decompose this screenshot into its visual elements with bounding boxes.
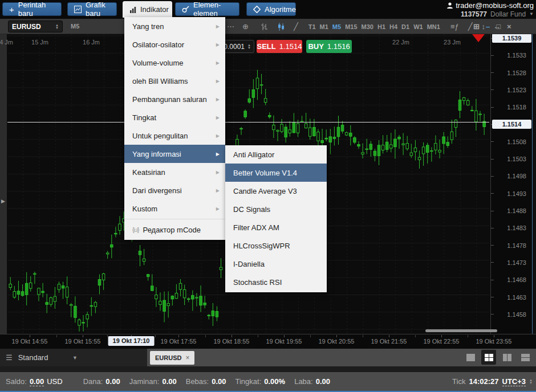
menu-item-untuk-pengulitan[interactable]: Untuk pengulitan▶ xyxy=(124,126,225,145)
menu-item-kustom[interactable]: Kustom▶ xyxy=(124,199,225,218)
submenu-item-hlcrosssigwpr[interactable]: HLCrossSigWPR xyxy=(225,236,327,255)
layout-grid-2x2-button[interactable] xyxy=(481,350,496,365)
price-axis[interactable]: 1.15391.15331.15281.15231.15181.15141.15… xyxy=(490,34,532,334)
timeframe-switcher: T1M1M5M15M30H1H4D1W1MN1 xyxy=(308,23,440,30)
submenu-item-filter-adx-am[interactable]: Filter ADX AM xyxy=(225,218,327,236)
more-dots-icon[interactable]: ⋯ xyxy=(227,19,234,34)
menu-item-tingkat[interactable]: Tingkat▶ xyxy=(124,108,225,126)
timeframe-m1[interactable]: M1 xyxy=(320,23,328,30)
time-tick-mark xyxy=(284,335,285,337)
indicators-button[interactable]: Indikator xyxy=(123,1,172,18)
submenu-item-dc-signals[interactable]: DC Signals xyxy=(225,200,327,218)
timeframe-m30[interactable]: M30 xyxy=(362,23,373,30)
menu-item-label: Keatsirian xyxy=(132,168,216,177)
zoom-in-icon[interactable]: ⊕ xyxy=(242,19,249,34)
submenu-arrow-icon: ▶ xyxy=(216,79,220,84)
trendline-icon[interactable]: ╱ xyxy=(468,19,473,34)
time-axis[interactable]: 19 Okt 14:5519 Okt 15:5519 Okt 17:1019 O… xyxy=(0,334,536,349)
symbol-stepper[interactable]: ▲▼ xyxy=(55,24,59,30)
submenu-arrow-icon: ▶ xyxy=(216,188,220,193)
preset-selector[interactable]: ☰ Standard ▼ xyxy=(0,349,147,366)
buy-price: 1.1516 xyxy=(327,42,350,51)
submenu-item-label: Better Volume V1.4 xyxy=(233,169,321,177)
timeframe-mn1[interactable]: MN1 xyxy=(427,23,440,30)
submenu-item-stochastic-rsi[interactable]: Stochastic RSI xyxy=(225,273,327,291)
status-item-saldo: Saldo:0.00USD xyxy=(6,377,63,386)
menu-item--mcode[interactable]: {ı.ı}Редактор mCode xyxy=(124,220,225,239)
objects-button[interactable]: Elemen-elemen xyxy=(175,2,239,16)
buy-button[interactable]: BUY 1.1516 xyxy=(306,40,352,53)
status-item-bebas: Bebas:0.00 xyxy=(186,377,226,386)
menu-item-label: Yang informasi xyxy=(132,150,216,158)
algorithms-button-label: Algoritme xyxy=(265,5,296,14)
indicator-submenu: Anti AlligatorBetter Volume V1.4Candle A… xyxy=(225,145,327,292)
horizontal-scrollbar-thumb[interactable] xyxy=(425,329,497,332)
new-order-button[interactable]: +Perintah baru xyxy=(2,2,62,16)
time-tick-mark xyxy=(468,335,468,337)
preset-caret-icon[interactable]: ▼ xyxy=(72,355,78,361)
price-tick-label: 1.1488 xyxy=(491,207,526,214)
time-tick-mark xyxy=(205,335,206,337)
timezone-value[interactable]: UTC+3 xyxy=(502,377,526,386)
submenu-item-anti-alligator[interactable]: Anti Alligator xyxy=(225,145,327,164)
timeframe-h1[interactable]: H1 xyxy=(377,23,385,30)
submenu-item-candle-average-v3[interactable]: Candle Average V3 xyxy=(225,182,327,200)
indicator-menu: Yang tren▶Osilator-osilator▶Volume-volum… xyxy=(124,17,225,240)
menu-item-keatsirian[interactable]: Keatsirian▶ xyxy=(124,163,225,181)
diamond-icon xyxy=(253,6,261,13)
vertical-scrollbar[interactable] xyxy=(532,34,536,334)
layout-vertical-split-button[interactable] xyxy=(500,350,514,365)
status-item-value: 0.00 xyxy=(316,377,330,386)
layout-horizontal-split-button[interactable] xyxy=(518,350,533,365)
timeframe-m5[interactable]: M5 xyxy=(332,23,341,30)
indicator-list-icon[interactable]: ≡ƒ xyxy=(450,19,459,34)
timeframe-m15[interactable]: M15 xyxy=(345,23,357,30)
status-item-value: 0.00 xyxy=(212,377,226,386)
timeframe-t1[interactable]: T1 xyxy=(308,23,316,30)
time-tick-label: 19 Okt 21:55 xyxy=(371,338,407,345)
new-chart-button[interactable]: Grafik baru xyxy=(67,2,117,16)
menu-item-volume-volume[interactable]: Volume-volume▶ xyxy=(124,54,225,72)
line-chart-type-icon[interactable]: ╱ xyxy=(294,19,298,34)
layout-single-button[interactable] xyxy=(463,350,478,365)
menu-item-dari-divergensi[interactable]: Dari divergensi▶ xyxy=(124,181,225,199)
close-icon[interactable]: × xyxy=(507,22,511,31)
indicators-button-label: Indikator xyxy=(140,5,169,14)
menu-item-yang-tren[interactable]: Yang tren▶ xyxy=(124,17,225,35)
timezone-stepper[interactable]: ▲▼ xyxy=(529,379,533,385)
minimize-icon[interactable]: – xyxy=(486,22,490,31)
menu-icon: ☰ xyxy=(6,353,13,362)
workspace-bar: ☰ Standard ▼ EURUSD × xyxy=(0,349,536,366)
tab-close-icon[interactable]: × xyxy=(185,354,189,362)
submenu-item-i-daniella[interactable]: I-Daniella xyxy=(225,255,327,273)
menu-item-osilator-osilator[interactable]: Osilator-osilator▶ xyxy=(124,35,225,54)
algorithms-button[interactable]: Algoritme xyxy=(246,2,296,16)
candle-chart-type-icon[interactable] xyxy=(278,23,285,31)
price-tick-label: 1.1493 xyxy=(491,190,526,197)
timeframe-h4[interactable]: H4 xyxy=(389,23,397,30)
menu-item-pembangunan-saluran[interactable]: Pembangunan saluran▶ xyxy=(124,90,225,108)
chart-tab[interactable]: EURUSD × xyxy=(150,351,194,365)
popout-icon[interactable]: ⊞ xyxy=(473,22,480,31)
bar-chart-type-icon[interactable] xyxy=(261,23,267,31)
symbol-select[interactable]: EURUSD ▲▼ xyxy=(8,21,63,32)
account-info[interactable]: trader@mobius-soft.org 1137577 Dollar Fu… xyxy=(447,1,534,18)
status-item-suffix: USD xyxy=(47,377,62,386)
price-chip-1.1539: 1.1539 xyxy=(492,34,531,43)
hour-label: 15 Jm xyxy=(31,39,48,46)
account-dropdown-caret-icon[interactable]: ▼ xyxy=(529,11,534,17)
time-tick-mark xyxy=(415,335,416,337)
price-tick-label: 1.1483 xyxy=(491,224,526,231)
maximize-icon[interactable]: □ xyxy=(496,22,501,31)
menu-item-yang-informasi[interactable]: Yang informasi▶ xyxy=(124,145,225,163)
menu-item-oleh-bill-williams[interactable]: oleh Bill Williams▶ xyxy=(124,72,225,90)
expand-panel-arrow-icon[interactable]: ▶ xyxy=(1,198,5,204)
price-tick-label: 1.1533 xyxy=(491,52,526,59)
trading-terminal-window: ▶ 1.15391.15331.15281.15231.15181.15141.… xyxy=(0,0,536,392)
plus-icon: + xyxy=(9,5,14,14)
timeframe-d1[interactable]: D1 xyxy=(401,23,409,30)
timeframe-w1[interactable]: W1 xyxy=(413,23,423,30)
submenu-item-better-volume-v1-4[interactable]: Better Volume V1.4 xyxy=(225,164,327,182)
sell-button[interactable]: SELL 1.1514 xyxy=(257,40,302,53)
spread-stepper[interactable]: ▲▼ xyxy=(247,44,251,50)
